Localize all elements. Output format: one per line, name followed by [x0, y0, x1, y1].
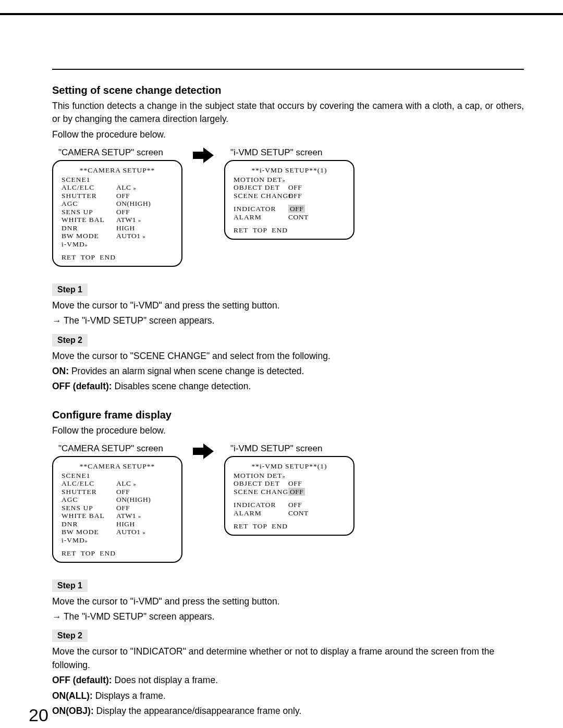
page: Setting of scene change detection This f… — [0, 13, 563, 728]
step2-onobj-text: Display the appearance/disappearance fra… — [94, 706, 302, 716]
step2-off: OFF (default): Disables scene change det… — [52, 380, 524, 393]
camera-setup-screen-2: **CAMERA SETUP**SCENE1ALC/ELCALC »SHUTTE… — [52, 456, 182, 563]
section2-intro1: Follow the procedure below. — [52, 424, 524, 437]
top-rule — [52, 69, 524, 70]
page-number: 20 — [29, 705, 48, 725]
section1-screens: "CAMERA SETUP" screen **CAMERA SETUP**SC… — [52, 147, 524, 267]
arrow-col-2 — [182, 443, 224, 459]
step1-result: → The "i-VMD SETUP" screen appears. — [52, 314, 524, 327]
step2-label: Step 2 — [52, 334, 88, 347]
section1-intro2: Follow the procedure below. — [52, 128, 524, 141]
step2-off-text-2: Does not display a frame. — [112, 675, 218, 685]
step2-off-text: Disables scene change detection. — [112, 381, 251, 391]
section1-intro1: This function detects a change in the su… — [52, 100, 524, 126]
camera-setup-screen: **CAMERA SETUP**SCENE1ALC/ELCALC »SHUTTE… — [52, 160, 182, 267]
step2-onall: ON(ALL): Displays a frame. — [52, 689, 524, 702]
step2-off-label: OFF (default): — [52, 381, 112, 391]
step2-on: ON: Provides an alarm signal when scene … — [52, 365, 524, 378]
camera-setup-label-2: "CAMERA SETUP" screen — [58, 443, 182, 454]
ivmd-setup-col: "i-VMD SETUP" screen **i-VMD SETUP**(1)M… — [224, 147, 354, 240]
section2-heading: Configure frame display — [52, 409, 524, 421]
step2-text-2: Move the cursor to "INDICATOR" and deter… — [52, 645, 524, 672]
ivmd-setup-screen: **i-VMD SETUP**(1)MOTION DET»OBJECT DETO… — [224, 160, 354, 240]
step2-label-2: Step 2 — [52, 630, 88, 642]
step2-off-label-2: OFF (default): — [52, 675, 112, 685]
arrow-col — [182, 147, 224, 163]
step2-onall-text: Displays a frame. — [93, 690, 166, 701]
step1-label: Step 1 — [52, 283, 88, 296]
svg-marker-0 — [193, 147, 214, 163]
step1-result-text: The "i-VMD SETUP" screen appears. — [64, 315, 215, 326]
step2-text: Move the cursor to "SCENE CHANGE" and se… — [52, 350, 524, 363]
step1-result-2: → The "i-VMD SETUP" screen appears. — [52, 610, 524, 623]
step2-onobj: ON(OBJ): Display the appearance/disappea… — [52, 705, 524, 718]
arrow-right-icon — [193, 443, 214, 459]
step1-text-2: Move the cursor to "i-VMD" and press the… — [52, 595, 524, 608]
step2-onall-label: ON(ALL): — [52, 690, 93, 701]
section2-screens: "CAMERA SETUP" screen **CAMERA SETUP**SC… — [52, 443, 524, 563]
step2-onobj-label: ON(OBJ): — [52, 706, 94, 716]
step1-label-2: Step 1 — [52, 579, 88, 592]
camera-setup-col: "CAMERA SETUP" screen **CAMERA SETUP**SC… — [52, 147, 182, 267]
ivmd-setup-col-2: "i-VMD SETUP" screen **i-VMD SETUP**(1)M… — [224, 443, 354, 536]
section1-heading: Setting of scene change detection — [52, 84, 524, 96]
camera-setup-col-2: "CAMERA SETUP" screen **CAMERA SETUP**SC… — [52, 443, 182, 563]
arrow-right-icon — [193, 147, 214, 163]
step2-off-2: OFF (default): Does not display a frame. — [52, 674, 524, 687]
ivmd-setup-screen-2: **i-VMD SETUP**(1)MOTION DET»OBJECT DETO… — [224, 456, 354, 536]
ivmd-setup-label-2: "i-VMD SETUP" screen — [230, 443, 354, 454]
step1-result-text-2: The "i-VMD SETUP" screen appears. — [64, 611, 215, 622]
step2-on-label: ON: — [52, 366, 69, 376]
camera-setup-label: "CAMERA SETUP" screen — [58, 147, 182, 158]
step1-text: Move the cursor to "i-VMD" and press the… — [52, 299, 524, 312]
step2-on-text: Provides an alarm signal when scene chan… — [69, 366, 304, 376]
ivmd-setup-label: "i-VMD SETUP" screen — [230, 147, 354, 158]
svg-marker-1 — [193, 443, 214, 459]
